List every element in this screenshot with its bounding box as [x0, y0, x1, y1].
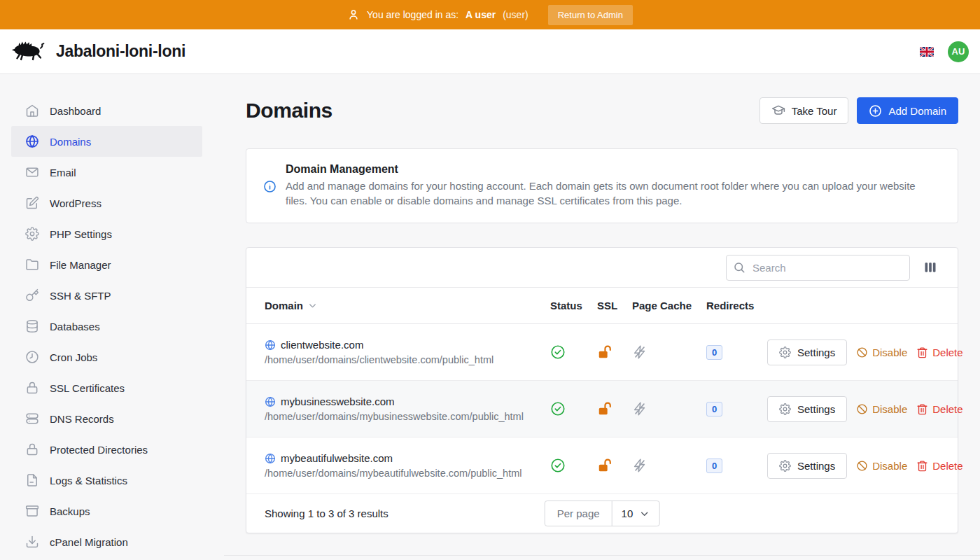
server-icon: [25, 412, 39, 426]
sidebar-item-label: Databases: [50, 321, 100, 332]
domain-name-link[interactable]: clientwebsite.com: [281, 339, 363, 351]
sidebar-item-label: File Manager: [50, 259, 111, 271]
results-summary: Showing 1 to 3 of 3 results: [265, 507, 388, 519]
sidebar-item-logs-statistics[interactable]: Logs & Statistics: [11, 465, 202, 496]
sidebar-item-label: cPanel Migration: [50, 536, 128, 548]
domain-name-link[interactable]: mybeautifulwebsite.com: [281, 452, 393, 464]
domain-path: /home/user/domains/clientwebsite.com/pub…: [265, 354, 550, 365]
main-content: Domains Take Tour Add Domain Domain Mana…: [224, 74, 980, 560]
search-input[interactable]: [726, 255, 910, 281]
gear-icon: [25, 227, 39, 241]
disable-button[interactable]: Disable: [856, 460, 907, 472]
sidebar-item-label: Dashboard: [50, 105, 101, 117]
table-header-row: Domain Status SSL Page Cache Redirects: [246, 287, 958, 324]
delete-button[interactable]: Delete: [916, 346, 962, 358]
column-status: Status: [550, 300, 597, 312]
edit-icon: [25, 196, 39, 210]
sidebar-item-label: Logs & Statistics: [50, 475, 127, 486]
column-domain: Domain: [265, 300, 303, 312]
settings-button[interactable]: Settings: [767, 396, 847, 422]
sidebar-item-cron-jobs[interactable]: Cron Jobs: [11, 342, 202, 372]
user-avatar[interactable]: AU: [948, 41, 969, 62]
per-page-select[interactable]: 10: [612, 501, 659, 526]
page-cache-off-icon: [632, 401, 706, 416]
disable-button[interactable]: Disable: [856, 403, 907, 415]
download-icon: [25, 535, 39, 549]
sidebar-item-dashboard[interactable]: Dashboard: [11, 95, 202, 126]
page-cache-off-icon: [632, 458, 706, 473]
column-page-cache: Page Cache: [632, 300, 706, 312]
sidebar-item-databases[interactable]: Databases: [11, 311, 202, 342]
archive-icon: [25, 504, 39, 518]
ssl-unlocked-icon: [597, 401, 632, 416]
page-title: Domains: [246, 99, 332, 122]
return-to-admin-button[interactable]: Return to Admin: [548, 5, 633, 25]
ssl-unlocked-icon: [597, 344, 632, 360]
sidebar-item-label: Protected Directories: [50, 444, 148, 456]
database-icon: [25, 319, 39, 333]
sidebar-item-dns-records[interactable]: DNS Records: [11, 403, 202, 434]
user-icon: [347, 8, 360, 21]
domain-name-link[interactable]: mybusinesswebsite.com: [281, 396, 395, 407]
sidebar-item-backups[interactable]: Backups: [11, 496, 202, 526]
table-footer: Showing 1 to 3 of 3 results Per page 10: [246, 494, 958, 533]
disable-button[interactable]: Disable: [856, 346, 907, 358]
globe-icon: [265, 340, 276, 351]
slash-circle-icon: [856, 460, 868, 472]
slash-circle-icon: [856, 346, 868, 358]
delete-button[interactable]: Delete: [916, 460, 962, 472]
sidebar-item-wordpress[interactable]: WordPress: [11, 188, 202, 218]
delete-button[interactable]: Delete: [916, 403, 962, 415]
language-flag-icon[interactable]: [920, 47, 934, 57]
sidebar-item-label: WordPress: [50, 197, 102, 209]
sidebar-item-domains[interactable]: Domains: [11, 126, 202, 157]
sidebar-item-ssl-certificates[interactable]: SSL Certificates: [11, 372, 202, 403]
sidebar-item-email[interactable]: Email: [11, 157, 202, 188]
banner-user-role: (user): [503, 9, 528, 20]
home-icon: [25, 104, 39, 118]
sort-chevron-icon[interactable]: [307, 300, 318, 311]
take-tour-button[interactable]: Take Tour: [760, 97, 849, 124]
sidebar-item-label: Email: [50, 167, 76, 178]
sidebar-item-file-manager[interactable]: File Manager: [11, 249, 202, 280]
settings-button[interactable]: Settings: [767, 453, 847, 479]
redirects-count-badge[interactable]: 0: [706, 402, 722, 416]
globe-icon: [265, 396, 276, 407]
lock-icon: [25, 381, 39, 395]
key-icon: [25, 288, 39, 302]
globe-icon: [25, 134, 39, 148]
boar-logo-icon: [11, 38, 46, 66]
redirects-count-badge[interactable]: 0: [706, 458, 722, 473]
sidebar-item-php-settings[interactable]: PHP Settings: [11, 218, 202, 249]
sidebar-item-protected-directories[interactable]: Protected Directories: [11, 434, 202, 465]
add-domain-button[interactable]: Add Domain: [857, 97, 958, 124]
settings-button[interactable]: Settings: [767, 340, 847, 365]
table-row: clientwebsite.com /home/user/domains/cli…: [246, 324, 958, 381]
app-header: Jabaloni-loni-loni AU: [0, 29, 980, 74]
info-card-description: Add and manage domains for your hosting …: [286, 179, 919, 208]
ssl-unlocked-icon: [597, 458, 632, 473]
impersonation-banner: You are logged in as: A user (user) Retu…: [0, 0, 980, 29]
section-divider: [224, 555, 980, 556]
columns-toggle-icon[interactable]: [922, 259, 939, 276]
chevron-down-icon: [638, 508, 650, 519]
redirects-count-badge[interactable]: 0: [706, 345, 722, 360]
info-card-title: Domain Management: [286, 163, 919, 176]
sidebar-item-label: SSH & SFTP: [50, 290, 111, 302]
lock-icon: [25, 442, 39, 456]
slash-circle-icon: [856, 403, 868, 415]
plus-circle-icon: [869, 104, 882, 118]
sidebar-item-cpanel-migration[interactable]: cPanel Migration: [11, 526, 202, 557]
clock-icon: [25, 350, 39, 364]
status-enabled-icon: [550, 401, 597, 416]
sidebar-item-label: SSL Certificates: [50, 382, 125, 394]
domain-path: /home/user/domains/mybeautifulwebsite.co…: [265, 468, 550, 479]
column-ssl: SSL: [597, 300, 632, 312]
per-page-control: Per page 10: [545, 500, 660, 526]
brand[interactable]: Jabaloni-loni-loni: [11, 38, 186, 66]
globe-icon: [265, 453, 276, 464]
table-row: mybusinesswebsite.com /home/user/domains…: [246, 381, 958, 438]
page-cache-off-icon: [632, 344, 706, 360]
sidebar-item-ssh-sftp[interactable]: SSH & SFTP: [11, 280, 202, 311]
info-card: Domain Management Add and manage domains…: [246, 148, 958, 223]
